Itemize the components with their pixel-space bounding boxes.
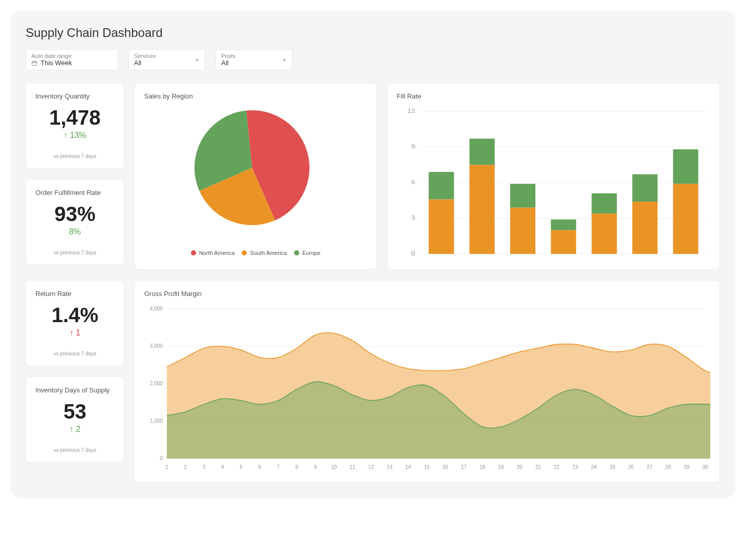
svg-text:2: 2 [184,464,187,470]
svg-text:26: 26 [628,464,634,470]
calendar-icon [31,60,37,66]
kpi-fulfillment-rate: Order Fulfillment Rate 93% 8% vs previou… [26,179,124,265]
chart-title: Fill Rate [397,92,710,100]
svg-text:29: 29 [684,464,690,470]
svg-text:4: 4 [221,464,224,470]
kpi-title: Inventory Days of Supply [35,386,114,394]
svg-text:16: 16 [442,464,449,470]
filter-label: Services [134,53,200,59]
pie-chart: North AmericaSouth AmericaEurope [144,106,367,274]
svg-text:3: 3 [203,464,206,470]
svg-text:2,000: 2,000 [150,381,163,386]
svg-rect-18 [551,220,576,230]
kpi-inventory-quantity: Inventory Quantity 1,478 ↑ 13% vs previo… [26,83,124,169]
svg-text:11: 11 [350,464,356,470]
svg-text:27: 27 [647,464,653,470]
dashboard-container: Supply Chain Dashboard Auto date range T… [10,10,735,498]
chart-gross-profit-margin: Gross Profit Margin 01,0002,0003,0004,00… [134,280,720,483]
svg-text:12: 12 [408,108,416,114]
chart-sales-by-region: Sales by Region North AmericaSouth Ameri… [134,83,377,270]
date-range-filter[interactable]: Auto date range This Week [26,49,118,70]
svg-rect-17 [551,230,576,254]
kpi-title: Order Fulfillment Rate [35,189,114,196]
svg-text:13: 13 [387,464,393,470]
svg-rect-22 [632,174,657,202]
svg-rect-20 [592,193,617,213]
kpi-value: 53 [35,400,114,423]
svg-text:28: 28 [665,464,671,470]
kpi-sub: vs previous 7 days [35,250,114,255]
svg-rect-13 [470,165,495,254]
svg-text:9: 9 [314,464,317,470]
svg-text:1,000: 1,000 [150,418,163,424]
filter-label: Auto date range [31,53,112,59]
filter-bar: Auto date range This Week Services All ▼… [26,49,720,70]
kpi-return-rate: Return Rate 1.4% ↑ 1 vs previous 7 days [26,280,124,366]
svg-rect-11 [429,199,454,254]
legend-label: Europe [302,250,320,256]
svg-rect-16 [510,184,535,207]
legend-item[interactable]: Europe [294,250,320,256]
chart-fill-rate: Fill Rate 036912 [387,83,720,270]
svg-text:10: 10 [331,464,337,470]
chart-title: Gross Profit Margin [144,290,710,298]
filter-value-text: All [221,59,228,67]
svg-text:20: 20 [517,464,523,470]
svg-text:9: 9 [411,144,415,150]
filter-label: Posts [221,53,287,59]
legend-swatch [191,250,196,255]
svg-text:25: 25 [610,464,616,470]
svg-text:14: 14 [405,464,412,470]
svg-text:6: 6 [411,180,415,186]
kpi-value: 1.4% [35,304,114,326]
legend-label: South America [250,250,287,256]
svg-text:23: 23 [572,464,578,470]
legend-swatch [242,250,247,255]
svg-text:12: 12 [368,464,374,470]
svg-text:4,000: 4,000 [150,306,163,311]
svg-text:5: 5 [240,464,243,470]
kpi-value: 1,478 [35,106,114,129]
posts-filter[interactable]: Posts All ▼ [216,49,293,70]
svg-text:18: 18 [479,464,486,470]
kpi-supply-days: Inventory Days of Supply 53 ↑ 2 vs previ… [26,377,124,463]
chevron-down-icon: ▼ [282,57,287,63]
svg-text:7: 7 [277,464,280,470]
kpi-delta: ↑ 1 [35,328,114,338]
area-chart: 01,0002,0003,0004,0001234567891011121314… [144,304,710,487]
bar-chart: 036912 [397,106,710,274]
svg-text:6: 6 [258,464,261,470]
svg-text:24: 24 [591,464,597,470]
svg-rect-24 [673,149,698,184]
svg-text:19: 19 [498,464,505,470]
kpi-sub: vs previous 7 days [35,153,114,159]
kpi-value: 93% [35,203,114,225]
svg-text:1: 1 [165,464,168,470]
svg-text:22: 22 [554,464,560,470]
svg-text:21: 21 [535,464,541,470]
chevron-down-icon: ▼ [195,57,200,63]
kpi-delta: 8% [35,227,114,236]
svg-text:3,000: 3,000 [150,343,163,349]
kpi-sub: vs previous 7 days [35,447,114,453]
svg-text:0: 0 [411,251,415,257]
svg-rect-19 [592,213,617,254]
svg-text:17: 17 [461,464,467,470]
legend-label: North America [199,250,235,256]
legend-item[interactable]: South America [242,250,287,256]
kpi-delta: ↑ 13% [35,131,114,140]
kpi-title: Inventory Quantity [35,92,114,100]
svg-rect-15 [510,208,535,254]
kpi-sub: vs previous 7 days [35,351,114,357]
svg-rect-12 [429,172,454,199]
chart-title: Sales by Region [144,92,367,100]
filter-value-text: All [134,59,141,67]
svg-text:0: 0 [160,456,163,461]
svg-rect-21 [632,202,657,254]
kpi-delta: ↑ 2 [35,425,114,434]
legend-item[interactable]: North America [191,250,235,256]
svg-text:15: 15 [424,464,430,470]
filter-value-text: This Week [41,59,72,67]
services-filter[interactable]: Services All ▼ [128,49,205,70]
kpi-title: Return Rate [35,290,114,298]
